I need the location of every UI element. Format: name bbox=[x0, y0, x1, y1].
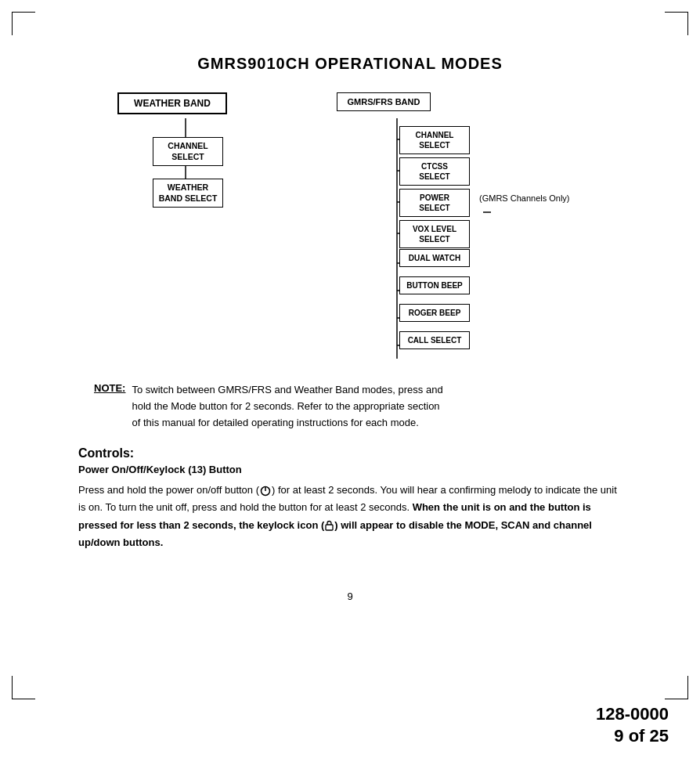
controls-title: Controls: bbox=[78, 446, 622, 460]
weather-channel-select-box: CHANNEL SELECT bbox=[153, 137, 223, 166]
gmrs-roger-beep: ROGER BEEP bbox=[399, 304, 470, 322]
gmrs-vox-select: VOX LEVEL SELECT bbox=[399, 220, 470, 248]
note-label: NOTE: bbox=[94, 382, 125, 394]
page-title: GMRS9010CH OPERATIONAL MODES bbox=[31, 55, 669, 73]
bottom-page: 9 of 25 bbox=[596, 725, 669, 748]
gmrs-channels-note: (GMRS Channels Only) bbox=[479, 193, 581, 204]
controls-section: Controls: Power On/Off/Keylock (13) Butt… bbox=[78, 446, 622, 551]
diagram-lines bbox=[94, 92, 669, 374]
lock-icon bbox=[324, 520, 334, 531]
gmrs-button-beep: BUTTON BEEP bbox=[399, 276, 470, 294]
gmrs-dual-watch: DUAL WATCH bbox=[399, 249, 470, 267]
note-section: NOTE: To switch between GMRS/FRS and Wea… bbox=[94, 382, 446, 431]
page-number: 9 bbox=[31, 590, 669, 602]
gmrs-ctcss-select: CTCSS SELECT bbox=[399, 157, 470, 186]
controls-text-1: Press and hold the power on/off button ( bbox=[78, 484, 259, 496]
page: GMRS9010CH OPERATIONAL MODES bbox=[0, 0, 700, 762]
diagram-area: WEATHER BAND CHANNEL SELECT WEATHER BAND… bbox=[94, 92, 669, 374]
controls-body: Press and hold the power on/off button (… bbox=[78, 482, 622, 551]
svg-rect-19 bbox=[326, 525, 333, 530]
power-icon bbox=[259, 485, 272, 497]
bottom-code: 128-0000 bbox=[596, 703, 669, 726]
gmrs-power-select: POWER SELECT bbox=[399, 189, 470, 217]
gmrs-frs-header: GMRS/FRS BAND bbox=[337, 92, 431, 111]
controls-subtitle: Power On/Off/Keylock (13) Button bbox=[78, 464, 622, 475]
gmrs-call-select: CALL SELECT bbox=[399, 331, 470, 349]
weather-band-select-box: WEATHER BAND SELECT bbox=[153, 179, 223, 208]
note-text: To switch between GMRS/FRS and Weather B… bbox=[132, 382, 446, 431]
bottom-right-info: 128-0000 9 of 25 bbox=[596, 703, 669, 748]
weather-band-header: WEATHER BAND bbox=[117, 92, 227, 114]
gmrs-channel-select: CHANNEL SELECT bbox=[399, 126, 470, 154]
